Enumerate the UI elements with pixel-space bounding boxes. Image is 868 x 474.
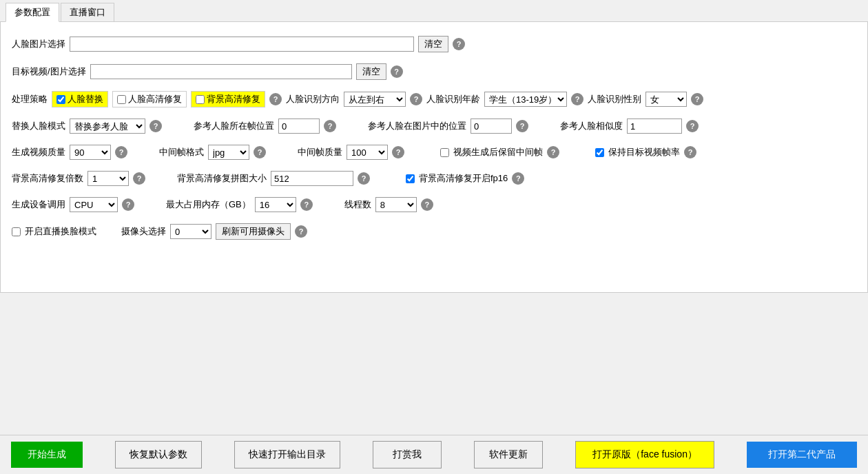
face-gender-select[interactable]: 女 男 不限: [645, 92, 687, 107]
strategy-label: 处理策略: [12, 93, 48, 105]
frame-format-label: 中间帧格式: [159, 146, 204, 158]
frame-quality-label: 中间帧质量: [298, 146, 342, 158]
face-enhance-label: 人脸高清修复: [128, 93, 182, 105]
tab-params[interactable]: 参数配置: [6, 3, 59, 22]
threads-label: 线程数: [344, 198, 371, 211]
tab-bar: 参数配置 直播窗口: [0, 0, 868, 22]
bg-enhance-tile-label: 背景高清修复拼图大小: [177, 172, 267, 185]
bg-fp16-help-icon[interactable]: ?: [512, 172, 524, 185]
face-age-help-icon[interactable]: ?: [571, 93, 583, 105]
video-quality-select[interactable]: 90807060: [70, 145, 111, 160]
bottom-bar: 开始生成 恢复默认参数 快速打开输出目录 打赏我 软件更新 打开原版（face …: [0, 435, 868, 474]
video-quality-row: 生成视频质量 90807060 ? 中间帧格式 jpgpngbmp ? 中间帧质…: [12, 145, 856, 160]
frame-format-select[interactable]: jpgpngbmp: [208, 145, 249, 160]
replace-mode-select[interactable]: 替换参考人脸 替换所有人脸: [70, 118, 145, 134]
refresh-camera-help-icon[interactable]: ?: [295, 225, 307, 238]
live-mode-text: 开启直播换脸模式: [25, 225, 96, 238]
target-video-clear-btn[interactable]: 清空: [356, 63, 386, 80]
bg-fp16-label[interactable]: 背景高清修复开启fp16: [406, 172, 508, 185]
threads-select[interactable]: 842116: [375, 197, 417, 212]
open-original-button[interactable]: 打开原版（face fusion）: [575, 441, 714, 468]
face-replace-label: 人脸替换: [68, 93, 103, 105]
open-output-button[interactable]: 快速打开输出目录: [234, 441, 340, 468]
live-mode-label[interactable]: 开启直播换脸模式: [12, 225, 96, 238]
gen-device-label: 生成设备调用: [12, 198, 65, 211]
video-quality-label: 生成视频质量: [12, 146, 65, 158]
strategy-row: 处理策略 人脸替换 人脸高清修复 背景高清修复 ? 人脸识别方向 从左到右 从右…: [12, 91, 856, 107]
bg-fp16-checkbox[interactable]: [406, 174, 415, 183]
frame-quality-select[interactable]: 1009080: [347, 145, 388, 160]
frame-quality-help-icon[interactable]: ?: [392, 146, 404, 158]
face-gender-label: 人脸识别性别: [588, 93, 641, 105]
update-button[interactable]: 软件更新: [474, 441, 543, 468]
target-video-help-icon[interactable]: ?: [391, 65, 403, 78]
keep-fps-checkbox[interactable]: [595, 148, 604, 157]
face-direction-label: 人脸识别方向: [286, 93, 340, 105]
camera-select-select[interactable]: 012: [170, 224, 211, 239]
face-replace-checkbox[interactable]: [56, 95, 65, 104]
ref-face-frame-help-icon[interactable]: ?: [324, 120, 336, 132]
bg-enhance-scale-select[interactable]: 124: [87, 171, 129, 186]
target-video-label: 目标视频/图片选择: [12, 65, 86, 78]
open-v2-button[interactable]: 打开第二代产品: [747, 442, 857, 468]
face-image-row: 人脸图片选择 清空 ?: [12, 36, 856, 52]
video-quality-help-icon[interactable]: ?: [115, 146, 127, 158]
ref-face-position-help-icon[interactable]: ?: [516, 120, 528, 132]
face-image-help-icon[interactable]: ?: [453, 38, 465, 50]
bg-enhance-tile-help-icon[interactable]: ?: [358, 172, 370, 185]
bg-enhance-label: 背景高清修复: [207, 93, 260, 105]
gen-device-help-icon[interactable]: ?: [122, 198, 134, 211]
bg-enhance-checkbox[interactable]: [196, 95, 205, 104]
ref-face-frame-input[interactable]: [278, 118, 320, 134]
keep-frames-checkbox[interactable]: [440, 148, 449, 157]
face-image-clear-btn[interactable]: 清空: [418, 36, 448, 52]
target-video-row: 目标视频/图片选择 清空 ?: [12, 63, 856, 80]
face-similarity-input[interactable]: [627, 118, 682, 134]
gen-device-select[interactable]: CPUGPU: [70, 197, 118, 212]
keep-fps-help-icon[interactable]: ?: [684, 146, 696, 158]
bg-enhance-scale-label: 背景高清修复倍数: [12, 172, 83, 185]
face-similarity-label: 参考人脸相似度: [560, 120, 623, 132]
max-memory-help-icon[interactable]: ?: [300, 198, 313, 211]
main-content: 人脸图片选择 清空 ? 目标视频/图片选择 清空 ? 处理策略 人脸替换 人脸高…: [0, 22, 868, 293]
face-image-label: 人脸图片选择: [12, 38, 65, 50]
keep-fps-text: 保持目标视频帧率: [608, 146, 680, 158]
restore-button[interactable]: 恢复默认参数: [115, 441, 202, 468]
tab-live[interactable]: 直播窗口: [61, 3, 114, 21]
bg-enhance-row: 背景高清修复倍数 124 ? 背景高清修复拼图大小 ? 背景高清修复开启fp16…: [12, 171, 856, 186]
keep-frames-help-icon[interactable]: ?: [547, 146, 559, 158]
live-mode-checkbox[interactable]: [12, 227, 21, 236]
live-mode-row: 开启直播换脸模式 摄像头选择 012 刷新可用摄像头 ?: [12, 223, 856, 240]
replace-mode-label: 替换人脸模式: [12, 120, 65, 132]
frame-format-help-icon[interactable]: ?: [254, 146, 266, 158]
start-button[interactable]: 开始生成: [11, 442, 83, 468]
face-direction-help-icon[interactable]: ?: [410, 93, 422, 105]
max-memory-select[interactable]: 168432: [255, 197, 296, 212]
face-enhance-checkbox-label[interactable]: 人脸高清修复: [112, 91, 187, 107]
max-memory-label: 最大占用内存（GB）: [166, 198, 251, 211]
refresh-camera-btn[interactable]: 刷新可用摄像头: [216, 223, 291, 240]
face-similarity-help-icon[interactable]: ?: [686, 120, 699, 132]
strategy-help-icon[interactable]: ?: [269, 93, 282, 105]
keep-frames-label[interactable]: 视频生成后保留中间帧: [440, 146, 543, 158]
face-replace-checkbox-label[interactable]: 人脸替换: [52, 91, 108, 107]
bg-enhance-checkbox-label[interactable]: 背景高清修复: [191, 91, 265, 107]
donate-button[interactable]: 打赏我: [373, 441, 442, 468]
ref-face-position-label: 参考人脸在图片中的位置: [368, 120, 466, 132]
bg-enhance-tile-input[interactable]: [271, 171, 353, 186]
face-image-input[interactable]: [70, 37, 414, 52]
face-age-select[interactable]: 学生（13-19岁） 儿童 成人 老人: [484, 92, 567, 107]
face-direction-select[interactable]: 从左到右 从右到左 从上到下: [344, 92, 406, 107]
replace-mode-help-icon[interactable]: ?: [149, 120, 162, 132]
bg-enhance-scale-help-icon[interactable]: ?: [133, 172, 145, 185]
threads-help-icon[interactable]: ?: [421, 198, 433, 211]
keep-frames-text: 视频生成后保留中间帧: [453, 146, 543, 158]
keep-fps-label[interactable]: 保持目标视频帧率: [595, 146, 680, 158]
gen-device-row: 生成设备调用 CPUGPU ? 最大占用内存（GB） 168432 ? 线程数 …: [12, 197, 856, 212]
ref-face-position-input[interactable]: [471, 118, 512, 134]
face-age-label: 人脸识别年龄: [426, 93, 480, 105]
target-video-input[interactable]: [90, 64, 352, 79]
bg-fp16-text: 背景高清修复开启fp16: [419, 172, 508, 185]
face-enhance-checkbox[interactable]: [117, 95, 126, 104]
face-gender-help-icon[interactable]: ?: [691, 93, 703, 105]
